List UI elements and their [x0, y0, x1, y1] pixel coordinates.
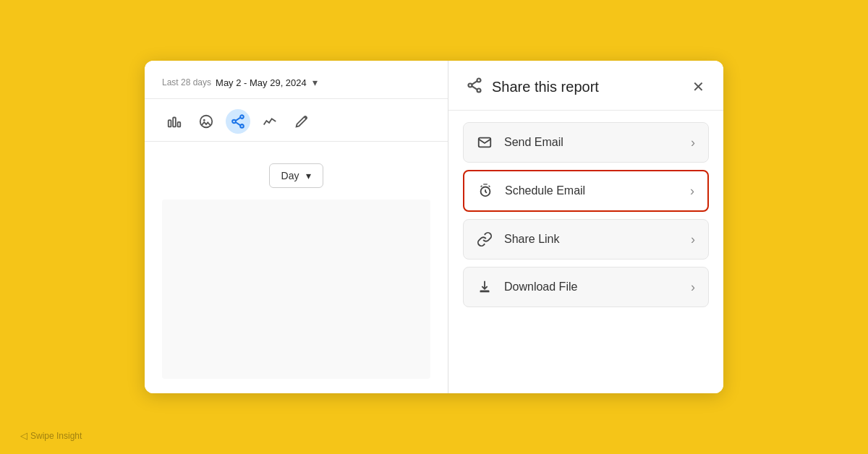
image-icon-button[interactable] [194, 109, 218, 134]
download-file-item[interactable]: Download File › [463, 267, 709, 307]
day-selector: Day ▾ [162, 163, 430, 188]
svg-point-13 [477, 89, 481, 93]
link-icon [477, 231, 493, 247]
date-range-bar: Last 28 days May 2 - May 29, 2024 ▾ [145, 61, 448, 99]
share-link-item[interactable]: Share Link › [463, 219, 709, 260]
date-range-dates: May 2 - May 29, 2024 [216, 77, 307, 88]
share-link-label: Share Link [504, 233, 679, 246]
main-card: Last 28 days May 2 - May 29, 2024 ▾ [145, 61, 723, 393]
download-file-chevron-icon: › [691, 280, 695, 295]
svg-point-12 [469, 84, 472, 87]
date-range-label: Last 28 days [162, 77, 211, 87]
menu-list: Send Email › Schedule Email › [448, 111, 723, 319]
download-icon [477, 279, 493, 295]
schedule-email-chevron-icon: › [690, 184, 694, 199]
panel-header: Share this report ✕ [448, 61, 723, 111]
svg-rect-19 [480, 291, 490, 292]
send-email-chevron-icon: › [691, 135, 695, 150]
svg-point-6 [232, 120, 236, 124]
trend-icon-button[interactable] [258, 109, 282, 134]
watermark-text: Swipe Insight [30, 431, 82, 441]
left-panel: Last 28 days May 2 - May 29, 2024 ▾ [145, 61, 448, 393]
svg-rect-2 [178, 122, 181, 127]
schedule-email-item[interactable]: Schedule Email › [463, 170, 709, 212]
svg-point-7 [240, 124, 244, 128]
chart-icon-button[interactable] [162, 109, 187, 134]
svg-point-5 [240, 115, 244, 119]
svg-line-14 [472, 81, 477, 85]
day-dropdown-chevron-icon: ▾ [306, 170, 311, 181]
schedule-email-label: Schedule Email [505, 184, 678, 197]
close-button[interactable]: ✕ [691, 77, 706, 97]
panel-title: Share this report [492, 79, 682, 95]
svg-rect-0 [169, 120, 171, 127]
schedule-icon [477, 183, 493, 199]
send-email-item[interactable]: Send Email › [463, 122, 709, 163]
day-dropdown-value: Day [281, 170, 299, 181]
svg-point-4 [203, 119, 205, 121]
svg-line-9 [236, 122, 241, 125]
chart-area [162, 200, 430, 379]
date-range-chevron-icon: ▾ [312, 77, 318, 88]
share-icon-button[interactable] [226, 109, 250, 134]
share-icon [466, 77, 483, 97]
watermark-icon: ◁ [20, 430, 27, 441]
watermark: ◁ Swipe Insight [20, 430, 82, 441]
left-content: Day ▾ [145, 142, 448, 393]
send-email-label: Send Email [504, 136, 679, 149]
email-icon [477, 134, 493, 150]
svg-line-15 [472, 86, 477, 90]
share-link-chevron-icon: › [691, 232, 695, 247]
day-dropdown[interactable]: Day ▾ [269, 163, 324, 188]
right-panel: Share this report ✕ Send Email › [448, 61, 723, 393]
toolbar [145, 99, 448, 142]
svg-rect-1 [173, 118, 176, 127]
date-range-selector[interactable]: Last 28 days May 2 - May 29, 2024 ▾ [162, 77, 318, 88]
edit-icon-button[interactable] [289, 109, 314, 134]
download-file-label: Download File [504, 280, 679, 294]
svg-point-11 [477, 79, 481, 82]
svg-line-8 [236, 118, 241, 121]
